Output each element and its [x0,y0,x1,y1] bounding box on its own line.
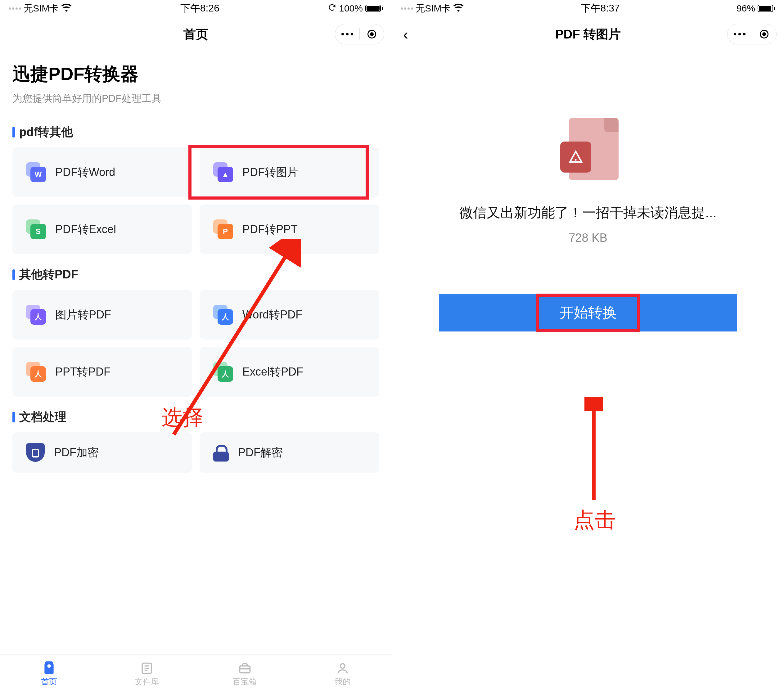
word-icon: W [26,162,46,182]
tool-label: PDF转PPT [242,222,298,237]
tab-me[interactable]: 我的 [294,654,392,694]
battery-icon [758,5,775,12]
tool-label: PDF加密 [54,445,99,460]
annotation-text-select: 选择 [161,404,204,432]
toolbox-icon [238,661,252,675]
annotation-arrow-icon [585,397,603,506]
unlock-icon [213,445,229,460]
capsule-menu-button[interactable] [728,24,752,44]
capsule-close-button[interactable] [360,24,384,44]
tab-label: 我的 [334,676,351,687]
sim-status: 无SIM卡 [23,2,59,15]
sync-icon [328,3,336,14]
nav-header-convert: ‹ PDF 转图片 [392,19,784,49]
svg-rect-5 [240,666,250,673]
tab-label: 百宝箱 [233,676,257,687]
svg-point-9 [575,159,576,160]
capsule-close-button[interactable] [752,24,776,44]
ppt-to-pdf-icon: 人 [26,362,46,382]
tab-toolbox[interactable]: 百宝箱 [196,654,294,694]
tab-label: 文件库 [135,676,159,687]
tool-label: PDF解密 [238,445,283,460]
tab-home[interactable]: 首页 [0,654,98,694]
app-subtitle: 为您提供简单好用的PDF处理工具 [12,92,379,106]
file-size: 728 KB [568,231,608,245]
status-time: 下午8:37 [581,2,620,15]
convert-button-label: 开始转换 [560,303,617,323]
more-icon [734,33,746,35]
battery-text: 100% [339,3,363,14]
shield-lock-icon [26,443,45,462]
tool-label: 图片转PDF [55,307,111,323]
miniprogram-capsule [727,24,777,45]
wifi-icon [453,3,464,14]
nav-title: 首页 [183,26,208,43]
signal-dots-icon [401,7,413,10]
file-name: 微信又出新功能了！一招干掉未读消息提... [460,204,716,222]
ppt-icon: P [213,219,233,239]
status-bar-right: 无SIM卡 下午8:37 96% [392,0,784,14]
target-icon [760,30,769,38]
tab-label: 首页 [41,676,57,687]
capsule-menu-button[interactable] [335,24,359,44]
tab-bar: 首页 文件库 百宝箱 我的 [0,654,392,694]
tool-label: PDF转Excel [55,222,116,237]
wifi-icon [61,3,72,14]
image-icon: ▲ [213,162,233,182]
target-icon [367,30,376,38]
svg-point-0 [47,664,51,668]
pdf-file-icon [560,118,616,186]
screen-home: 无SIM卡 下午8:26 100% 首页 迅捷PDF转换器 为您提供简单好用的P [0,0,392,694]
user-icon [336,661,349,675]
home-icon [42,661,56,675]
miniprogram-capsule [335,24,384,45]
tool-pdf-to-word[interactable]: W PDF转Word [12,147,192,197]
svg-point-7 [341,664,345,668]
tool-pdf-to-image[interactable]: ▲ PDF转图片 [199,147,379,197]
app-title: 迅捷PDF转换器 [12,62,379,86]
section-title-pdf-to-other: pdf转其他 [12,124,379,140]
back-button[interactable]: ‹ [403,26,408,43]
excel-icon: S [26,219,46,239]
screen-convert: 无SIM卡 下午8:37 96% ‹ PDF 转图片 [392,0,784,694]
annotation-text-click: 点击 [573,506,616,534]
tab-files[interactable]: 文件库 [98,654,196,694]
image-to-pdf-icon: 人 [26,305,46,325]
battery-text: 96% [736,3,755,14]
status-time: 下午8:26 [180,2,219,15]
status-bar-left: 无SIM卡 下午8:26 100% [0,0,392,14]
signal-dots-icon [9,7,21,10]
nav-header-home: 首页 [0,19,392,49]
more-icon [341,33,353,35]
files-icon [140,661,154,675]
tool-label: PDF转图片 [242,165,298,180]
tool-label: PDF转Word [55,165,115,180]
nav-title: PDF 转图片 [555,26,621,43]
tool-label: PPT转PDF [55,364,110,379]
sim-status: 无SIM卡 [415,2,451,15]
start-convert-button[interactable]: 开始转换 [439,294,737,331]
battery-icon [365,5,383,12]
